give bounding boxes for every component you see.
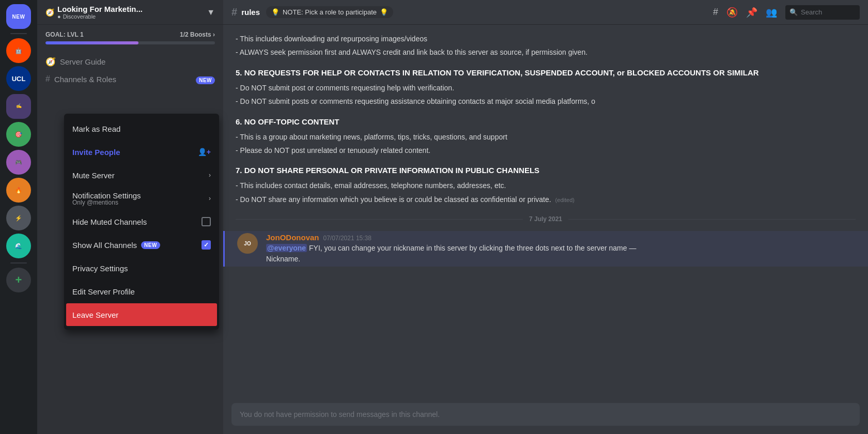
compass-channel-icon: 🧭: [45, 57, 56, 67]
server-icon-purple[interactable]: 🎮: [6, 150, 31, 175]
main-area: # rules 💡 NOTE: Pick a role to participa…: [223, 0, 868, 434]
server-sidebar: NEW 🤖 UCL ✍️ 🎯 🎮 🔥 ⚡ 🌊 +: [0, 0, 37, 434]
boost-label[interactable]: 1/2 Boosts ›: [180, 31, 215, 38]
hash-icon: #: [45, 74, 50, 84]
hash-icon-topbar: #: [231, 6, 237, 18]
context-menu-item-invite-people[interactable]: Invite People 👤+: [66, 141, 217, 163]
server-name: Looking For Marketin...: [57, 5, 143, 13]
server-icon-green[interactable]: 🎯: [6, 122, 31, 147]
message-author: JonODonovan: [266, 233, 319, 242]
message-input-area: You do not have permission to send messa…: [223, 403, 868, 434]
server-icon-copywriting[interactable]: ✍️: [6, 94, 31, 119]
members-icon[interactable]: 👥: [766, 7, 777, 18]
goal-text: GOAL: LVL 1 1/2 Boosts ›: [45, 31, 215, 38]
boost-bar: [45, 41, 215, 44]
search-box[interactable]: 🔍 Search: [785, 5, 860, 20]
hide-muted-checkbox[interactable]: [202, 217, 211, 226]
boost-fill: [45, 41, 138, 44]
topic-badge: 💡 NOTE: Pick a role to participate 💡: [266, 6, 393, 18]
notifications-chevron-icon: ›: [209, 195, 211, 202]
mute-server-chevron-icon: ›: [209, 172, 211, 179]
chevron-down-icon: ▼: [207, 8, 215, 17]
context-menu-item-hide-muted[interactable]: Hide Muted Channels: [66, 210, 217, 233]
boost-bar-area: GOAL: LVL 1 1/2 Boosts ›: [37, 25, 223, 49]
mention-everyone: @everyone: [266, 244, 307, 252]
messages-area[interactable]: - This includes downloading and repurpos…: [223, 25, 868, 403]
context-menu-item-show-all-channels[interactable]: Show All Channels NEW: [66, 234, 217, 256]
server-icon-gray[interactable]: ⚡: [6, 206, 31, 230]
context-menu-item-privacy-settings[interactable]: Privacy Settings: [66, 257, 217, 280]
context-menu-item-edit-server-profile[interactable]: Edit Server Profile: [66, 280, 217, 303]
context-menu: Mark as Read Invite People 👤+ Mute Serve…: [64, 114, 219, 330]
message-body: JonODonovan 07/07/2021 15:38 @everyone F…: [266, 233, 856, 265]
new-badge-channels: NEW: [196, 75, 215, 84]
server-icon-teal[interactable]: 🌊: [6, 234, 31, 258]
server-icon-add[interactable]: +: [6, 268, 31, 292]
channel-sidebar: 🧭 Looking For Marketin... ● Discoverable…: [37, 0, 223, 434]
server-guide-item[interactable]: 🧭 Server Guide: [41, 53, 219, 70]
date-separator: 7 July 2021: [223, 207, 868, 231]
server-header-left: 🧭 Looking For Marketin... ● Discoverable: [45, 5, 143, 20]
compass-icon: 🧭: [45, 8, 54, 17]
message-timestamp: 07/07/2021 15:38: [323, 235, 371, 242]
no-permission-bar: You do not have permission to send messa…: [231, 403, 860, 426]
context-menu-item-notifications[interactable]: Notification Settings Only @mentions ›: [66, 187, 217, 210]
context-menu-item-mark-read[interactable]: Mark as Read: [66, 117, 217, 140]
show-all-channels-checkbox[interactable]: [202, 240, 211, 250]
context-menu-item-mute-server[interactable]: Mute Server ›: [66, 164, 217, 187]
add-member-icon: 👤+: [198, 148, 211, 156]
context-menu-item-leave-server[interactable]: Leave Server: [66, 303, 217, 326]
topic-icon-left: 💡: [271, 8, 280, 16]
channels-roles-item[interactable]: # Channels & Roles NEW: [41, 70, 219, 88]
pin-icon[interactable]: 📌: [746, 7, 757, 18]
topic-icon-right: 💡: [380, 8, 388, 16]
message-text: @everyone FYI, you can change your nickn…: [266, 243, 856, 265]
sidebar-divider-2: [10, 262, 27, 264]
mute-icon[interactable]: 🔕: [726, 7, 738, 18]
avatar: JO: [237, 233, 258, 254]
topbar-icons: # 🔕 📌 👥 🔍 Search: [713, 5, 860, 20]
rules-content: - This includes downloading and repurpos…: [223, 33, 868, 205]
search-icon: 🔍: [789, 8, 798, 16]
channel-name-header: # rules: [231, 6, 260, 18]
server-icon-ucl[interactable]: UCL: [6, 66, 31, 91]
server-icon-new[interactable]: NEW: [6, 4, 31, 29]
hash-topbar-icon[interactable]: #: [713, 7, 718, 18]
discoverable-badge: ● Discoverable: [57, 13, 143, 20]
discoverable-icon: ●: [57, 13, 61, 20]
sidebar-divider: [10, 33, 27, 34]
server-icon-orange2[interactable]: 🔥: [6, 178, 31, 203]
server-icon-reddit[interactable]: 🤖: [6, 38, 31, 63]
channel-section: 🧭 Server Guide # Channels & Roles NEW: [37, 49, 223, 88]
server-header[interactable]: 🧭 Looking For Marketin... ● Discoverable…: [37, 0, 223, 25]
topbar: # rules 💡 NOTE: Pick a role to participa…: [223, 0, 868, 25]
table-row: JO JonODonovan 07/07/2021 15:38 @everyon…: [223, 231, 868, 267]
